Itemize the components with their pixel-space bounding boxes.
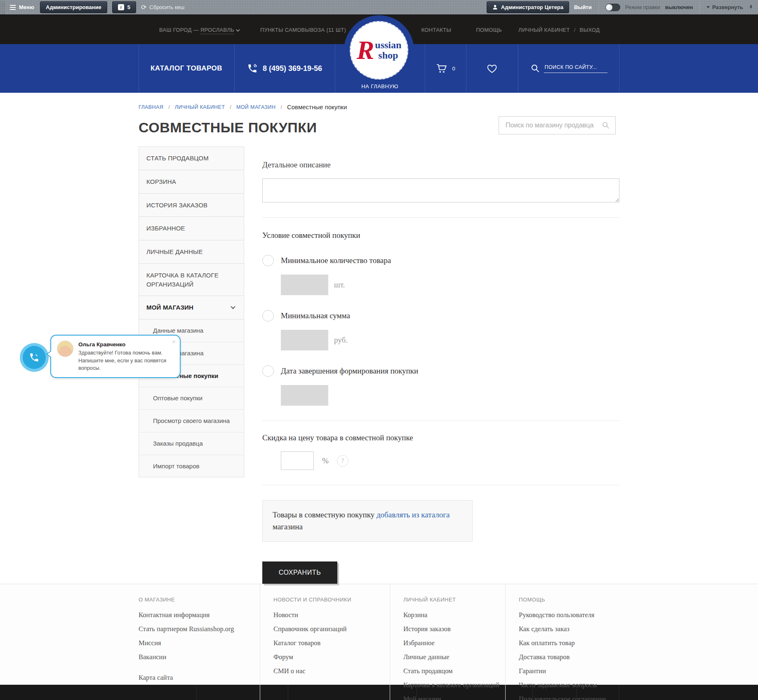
breadcrumb-cabinet[interactable]: ЛИЧНЫЙ КАБИНЕТ [175, 104, 225, 110]
description-label: Детальное описание [262, 160, 619, 169]
footer-link[interactable]: История заказов [403, 625, 505, 633]
footer-link[interactable]: Избранное [403, 639, 505, 647]
footer-link[interactable]: Миссия [139, 639, 260, 647]
discount-label: Скидка на цену товара в совместной покуп… [262, 433, 619, 442]
option-min-sum[interactable]: Минимальная сумма [262, 310, 619, 322]
operator-name: Ольга Кравченко [78, 341, 169, 348]
footer-link[interactable]: Контактная информация [139, 611, 260, 619]
sidebar-item-favorites[interactable]: ИЗБРАННОЕ [139, 217, 244, 240]
footer-link[interactable]: Как сделать заказ [519, 625, 619, 633]
footer-link[interactable]: Личные данные [403, 653, 505, 661]
report-error-link[interactable]: СООБЩИТЬ ОБ ОШИБКЕ [196, 685, 288, 700]
add-from-catalog-link[interactable]: добавлять из каталога [377, 510, 450, 519]
administration-button[interactable]: Администрирование [40, 1, 107, 13]
discount-input[interactable] [281, 451, 314, 470]
radio-end-date[interactable] [262, 365, 274, 377]
seller-search-input[interactable] [506, 122, 601, 129]
sidebar-item-order-history[interactable]: ИСТОРИЯ ЗАКАЗОВ [139, 194, 244, 217]
close-icon[interactable]: × [172, 338, 176, 345]
contacts-link[interactable]: КОНТАКТЫ [421, 27, 452, 33]
logo-badge[interactable]: R ussian shop [344, 15, 414, 85]
facebook-icon[interactable]: f [576, 685, 619, 700]
sidebar-item-become-seller[interactable]: СТАТЬ ПРОДАВЦОМ [139, 147, 244, 170]
option-min-quantity[interactable]: Минимальное количество товара [262, 255, 619, 266]
footer-link[interactable]: Стать партнером Russianshop.org [139, 625, 260, 633]
search-icon[interactable] [601, 121, 610, 130]
footer-col-help: ПОМОЩЬ Руководство пользователя Как сдел… [505, 584, 619, 700]
logo-line2: shop [378, 50, 398, 61]
min-quantity-input[interactable] [281, 275, 328, 295]
notifications-button[interactable]: i 5 [112, 1, 136, 13]
footer-link[interactable]: Форум [273, 653, 390, 661]
unit-label: руб. [334, 336, 348, 345]
breadcrumb-my-shop[interactable]: МОЙ МАГАЗИН [236, 104, 275, 110]
chevron-down-icon [231, 304, 235, 309]
footer-link[interactable]: Гарантии [519, 667, 619, 675]
admin-menu-label: Меню [19, 4, 34, 10]
admin-user-button[interactable]: Администратор Цетера [487, 1, 569, 13]
sidebar-sub-seller-orders[interactable]: Заказы продавца [139, 432, 244, 455]
help-icon[interactable]: ? [337, 455, 348, 467]
exit-link[interactable]: ВЫХОД [579, 27, 600, 33]
footer-link[interactable]: Как оплатить товар [519, 639, 619, 647]
chat-call-button[interactable] [20, 343, 49, 372]
user-icon [492, 5, 498, 10]
favorites-button[interactable] [466, 44, 518, 93]
reset-cache-button[interactable]: ⟳ Сбросить кеш [141, 4, 184, 11]
help-link[interactable]: ПОМОЩЬ [476, 27, 502, 33]
footer-link[interactable]: Корзина [403, 611, 505, 619]
drag-handle-icon[interactable] [0, 0, 6, 14]
footer-link[interactable]: Доставка товаров [519, 653, 619, 661]
admin-menu-button[interactable]: Меню [10, 4, 34, 11]
phone-number[interactable]: 8 (495) 369-19-56 [263, 64, 322, 73]
radio-min-sum[interactable] [262, 310, 274, 322]
sidebar-item-personal-data[interactable]: ЛИЧНЫЕ ДАННЫЕ [139, 240, 244, 264]
cart-button[interactable]: 0 [425, 44, 466, 93]
operator-avatar [57, 341, 73, 357]
pickup-points-link[interactable]: ПУНКТЫ САМОВЫВОЗА (11 ШТ) [260, 27, 346, 33]
footer-col-title: О МАГАЗИНЕ [139, 597, 260, 603]
footer-contacts: ТЕЛЕФОН: +7 (495) 369-19-56 E-MAIL: MAIL… [288, 685, 417, 700]
footer-link[interactable]: Новости [273, 611, 390, 619]
logout-button[interactable]: Выйти [574, 4, 592, 10]
footer-link[interactable]: Вакансии [139, 653, 260, 661]
site-search[interactable]: ПОИСК ПО САЙТУ... [518, 44, 619, 93]
radio-min-quantity[interactable] [262, 255, 274, 266]
sidebar-sub-preview-shop[interactable]: Просмотр своего магазина [139, 410, 244, 432]
footer-link[interactable]: Руководство пользователя [519, 611, 619, 619]
city-name[interactable]: ЯРОСЛАВЛЬ [200, 27, 234, 34]
personal-cabinet-link[interactable]: ЛИЧНЫЙ КАБИНЕТ [518, 27, 570, 33]
option-label: Минимальное количество товара [281, 256, 391, 265]
home-link[interactable]: НА ГЛАВНУЮ [335, 83, 425, 89]
footer-link[interactable]: СМИ о нас [273, 667, 390, 675]
footer-link[interactable]: Каталог товаров [273, 639, 390, 647]
cabinet-sidebar: СТАТЬ ПРОДАВЦОМ КОРЗИНА ИСТОРИЯ ЗАКАЗОВ … [139, 146, 244, 477]
save-button[interactable]: СОХРАНИТЬ [262, 561, 337, 584]
sidebar-sub-wholesale[interactable]: Оптовые покупки [139, 387, 244, 410]
footer-logo[interactable]: R ussian shop [139, 685, 196, 700]
city-selector[interactable]: ВАШ ГОРОД — ЯРОСЛАВЛЬ [159, 27, 239, 33]
footer-link[interactable]: Карта сайта [139, 674, 260, 682]
footer-col-title: ЛИЧНЫЙ КАБИНЕТ [403, 597, 505, 603]
expand-button[interactable]: Развернуть [706, 4, 743, 10]
cart-icon [435, 62, 448, 75]
footer-link[interactable]: Справочник организаций [273, 625, 390, 633]
sidebar-sub-import[interactable]: Импорт товаров [139, 455, 244, 477]
end-date-input[interactable] [281, 385, 328, 406]
min-sum-input[interactable] [281, 330, 328, 350]
sidebar-item-cart[interactable]: КОРЗИНА [139, 170, 244, 194]
my-shop-label: МОЙ МАГАЗИН [146, 303, 193, 312]
edit-mode-toggle[interactable] [605, 4, 620, 11]
vk-icon[interactable]: В [532, 685, 576, 700]
products-note-text: магазина [273, 522, 303, 531]
unit-label: шт. [334, 280, 345, 289]
breadcrumb-home[interactable]: ГЛАВНАЯ [139, 104, 163, 110]
catalog-button[interactable]: КАТАЛОГ ТОВАРОВ [139, 44, 234, 93]
option-end-date[interactable]: Дата завершения формирования покупки [262, 365, 619, 377]
footer-link[interactable]: Стать продавцом [403, 667, 505, 675]
sidebar-item-my-shop[interactable]: МОЙ МАГАЗИН [139, 296, 244, 319]
sidebar-item-org-card[interactable]: КАРТОЧКА В КАТАЛОГЕ ОРГАНИЗАЦИЙ [139, 264, 244, 296]
footer-col-title: ПОМОЩЬ [519, 597, 619, 603]
pin-icon[interactable] [748, 4, 754, 11]
description-textarea[interactable] [262, 179, 619, 202]
